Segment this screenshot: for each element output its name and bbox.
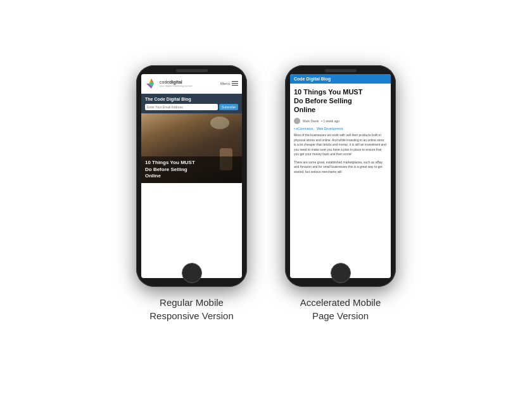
logo-tagline: your digital marketing partner — [160, 84, 193, 87]
article-meta: Mark Davie • 1 week ago — [294, 118, 387, 124]
author-name: Mark Davie — [303, 119, 319, 123]
phone1-screen: codedigital your digital marketing partn… — [141, 74, 242, 278]
logo-icon — [145, 77, 158, 90]
article-paragraph2: There are some great, established market… — [294, 160, 387, 175]
post-title: 10 Things You MUST Do Before Selling Onl… — [145, 160, 238, 179]
phone1-banner: The Code Digital Blog Subscribe — [141, 94, 242, 113]
hamburger-icon[interactable] — [232, 81, 238, 86]
subscribe-button[interactable]: Subscribe — [219, 104, 238, 110]
phone2-device: Code Digital Blog 10 Things You MUST Do … — [285, 65, 396, 287]
phone2-label: Accelerated Mobile Page Version — [300, 296, 381, 322]
phone2-screen: Code Digital Blog 10 Things You MUST Do … — [290, 74, 391, 278]
menu-label: Menu — [220, 82, 230, 86]
categories: • eCommerce, Web Development — [294, 127, 387, 130]
logo-name: codedigital — [160, 80, 193, 84]
subscribe-form: Subscribe — [145, 104, 238, 110]
article-paragraph1: Most of the businesses we work with sell… — [294, 133, 387, 157]
article-title: 10 Things You MUST Do Before Selling Onl… — [294, 87, 387, 115]
phone2-header: Code Digital Blog — [290, 74, 391, 84]
amp-blog-title: Code Digital Blog — [294, 77, 331, 81]
post-featured-image: 10 Things You MUST Do Before Selling Onl… — [141, 113, 242, 183]
category1[interactable]: eCommerce, — [296, 127, 314, 130]
menu-area: Menu — [220, 81, 238, 86]
banner-title: The Code Digital Blog — [145, 97, 238, 101]
post-title-overlay: 10 Things You MUST Do Before Selling Onl… — [141, 156, 242, 182]
main-container: codedigital your digital marketing partn… — [136, 65, 396, 341]
logo-text-area: codedigital your digital marketing partn… — [160, 80, 193, 87]
phone1-label: Regular Mobile Responsive Version — [149, 296, 234, 322]
email-input[interactable] — [145, 104, 218, 110]
author-avatar — [294, 118, 300, 124]
logo-area: codedigital your digital marketing partn… — [145, 77, 193, 90]
post-date: • 1 week ago — [321, 119, 339, 123]
image-light — [210, 117, 229, 129]
category2[interactable]: Web Development — [317, 127, 343, 130]
phone2-content: 10 Things You MUST Do Before Selling Onl… — [290, 84, 391, 278]
phone1-header: codedigital your digital marketing partn… — [141, 74, 242, 94]
phone1-wrapper: codedigital your digital marketing partn… — [136, 65, 247, 322]
phone1-device: codedigital your digital marketing partn… — [136, 65, 247, 287]
phone2-wrapper: Code Digital Blog 10 Things You MUST Do … — [285, 65, 396, 322]
